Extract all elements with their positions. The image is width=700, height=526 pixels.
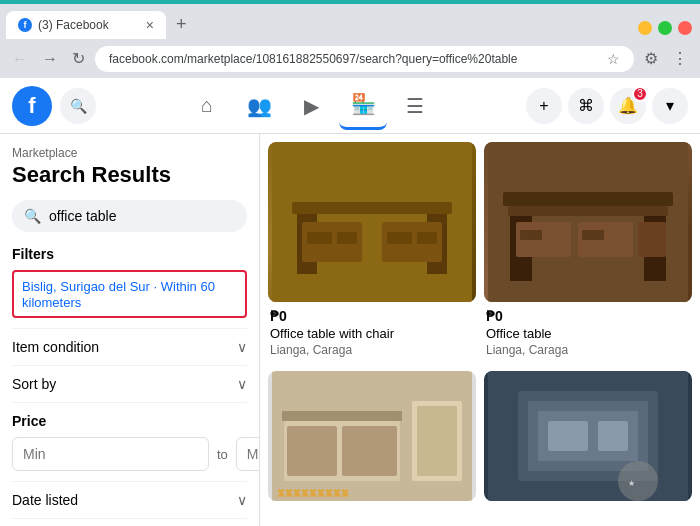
- nav-video-btn[interactable]: ▶: [287, 82, 335, 130]
- svg-point-34: [618, 461, 658, 501]
- price-label: Price: [12, 413, 247, 429]
- url-bar[interactable]: facebook.com/marketplace/108161882550697…: [95, 46, 634, 72]
- price-max-input[interactable]: [236, 437, 260, 471]
- price-to-label: to: [217, 447, 228, 462]
- notification-badge: 3: [632, 86, 648, 102]
- friends-icon: 👥: [247, 94, 272, 118]
- main-layout: Marketplace Search Results 🔍 Filters Bis…: [0, 134, 700, 526]
- sort-by-filter[interactable]: Sort by ∨: [12, 365, 247, 402]
- filters-label: Filters: [12, 246, 247, 262]
- back-btn[interactable]: ←: [8, 46, 32, 72]
- refresh-btn[interactable]: ↻: [68, 45, 89, 72]
- tab-bar: f (3) Facebook × +: [0, 4, 700, 39]
- item-condition-filter[interactable]: Item condition ∨: [12, 328, 247, 365]
- product-name-0: Office table with chair: [270, 326, 474, 341]
- product-card-3[interactable]: ★: [484, 371, 692, 515]
- svg-rect-1: [292, 202, 452, 214]
- product-card-1[interactable]: ₱0 Office table Lianga, Caraga: [484, 142, 692, 363]
- messenger-icon: ⌘: [578, 96, 594, 115]
- nav-home-btn[interactable]: ⌂: [183, 82, 231, 130]
- svg-text:某某某某某某某某某: 某某某某某某某某某: [277, 489, 350, 498]
- forward-btn[interactable]: →: [38, 46, 62, 72]
- marketplace-breadcrumb: Marketplace: [12, 146, 247, 160]
- search-input[interactable]: [49, 208, 235, 224]
- product-price-1: ₱0: [486, 308, 690, 324]
- product-location-1: Lianga, Caraga: [486, 343, 690, 357]
- facebook-logo[interactable]: f: [12, 86, 52, 126]
- svg-rect-17: [638, 222, 666, 257]
- plus-icon: +: [539, 97, 548, 115]
- browser-menu-btn[interactable]: ⋮: [668, 45, 692, 72]
- product-info-2: [268, 501, 476, 515]
- url-text: facebook.com/marketplace/108161882550697…: [109, 52, 601, 66]
- product-info-3: [484, 501, 692, 515]
- tab-favicon: f: [18, 18, 32, 32]
- location-text: Bislig, Surigao del Sur · Within 60 kilo…: [22, 279, 215, 310]
- svg-rect-7: [337, 232, 357, 244]
- search-icon: 🔍: [70, 98, 87, 114]
- search-icon-btn[interactable]: 🔍: [60, 88, 96, 124]
- product-img-1: [484, 142, 692, 302]
- search-box[interactable]: 🔍: [12, 200, 247, 232]
- sort-by-chevron: ∨: [237, 376, 247, 392]
- extensions-btn[interactable]: ⚙: [640, 45, 662, 72]
- window-controls: [638, 21, 700, 39]
- price-min-input[interactable]: [12, 437, 209, 471]
- product-img-3: ★: [484, 371, 692, 501]
- date-listed-filter[interactable]: Date listed ∨: [12, 481, 247, 518]
- product-info-1: ₱0 Office table Lianga, Caraga: [484, 302, 692, 363]
- sidebar-title: Search Results: [12, 162, 247, 188]
- svg-rect-11: [503, 192, 673, 206]
- nav-friends-btn[interactable]: 👥: [235, 82, 283, 130]
- svg-rect-8: [387, 232, 412, 244]
- product-card-0[interactable]: ₱0 Office table with chair Lianga, Carag…: [268, 142, 476, 363]
- facebook-header: f 🔍 ⌂ 👥 ▶ 🏪 ☰ + ⌘ 🔔 3 ▾: [0, 78, 700, 134]
- svg-rect-32: [548, 421, 588, 451]
- search-box-icon: 🔍: [24, 208, 41, 224]
- chevron-down-icon: ▾: [666, 96, 674, 115]
- product-price-0: ₱0: [270, 308, 474, 324]
- availability-filter[interactable]: Availability ∨: [12, 518, 247, 526]
- notifications-btn[interactable]: 🔔 3: [610, 88, 646, 124]
- svg-rect-24: [342, 426, 397, 476]
- maximize-btn[interactable]: [658, 21, 672, 35]
- close-window-btn[interactable]: [678, 21, 692, 35]
- date-listed-label: Date listed: [12, 492, 78, 508]
- location-filter[interactable]: Bislig, Surigao del Sur · Within 60 kilo…: [12, 270, 247, 318]
- product-location-0: Lianga, Caraga: [270, 343, 474, 357]
- product-info-0: ₱0 Office table with chair Lianga, Carag…: [268, 302, 476, 363]
- messenger-btn[interactable]: ⌘: [568, 88, 604, 124]
- item-condition-label: Item condition: [12, 339, 99, 355]
- tab-close-btn[interactable]: ×: [146, 17, 154, 33]
- product-img-0: [268, 142, 476, 302]
- fb-right-icons: + ⌘ 🔔 3 ▾: [526, 88, 688, 124]
- svg-rect-6: [307, 232, 332, 244]
- nav-marketplace-btn[interactable]: 🏪: [339, 82, 387, 130]
- nav-menu-btn[interactable]: ☰: [391, 82, 439, 130]
- svg-rect-26: [417, 406, 457, 476]
- svg-rect-23: [287, 426, 337, 476]
- svg-rect-12: [508, 206, 668, 216]
- add-btn[interactable]: +: [526, 88, 562, 124]
- fb-nav-icons: ⌂ 👥 ▶ 🏪 ☰: [183, 82, 439, 130]
- new-tab-btn[interactable]: +: [168, 10, 195, 39]
- product-card-2[interactable]: 某某某某某某某某某: [268, 371, 476, 515]
- sidebar: Marketplace Search Results 🔍 Filters Bis…: [0, 134, 260, 526]
- svg-rect-18: [520, 230, 542, 240]
- product-grid: ₱0 Office table with chair Lianga, Carag…: [260, 134, 700, 526]
- svg-rect-21: [282, 411, 402, 421]
- browser-actions: ⚙ ⋮: [640, 45, 692, 72]
- active-tab[interactable]: f (3) Facebook ×: [6, 11, 166, 39]
- tab-title: (3) Facebook: [38, 18, 109, 32]
- sort-by-label: Sort by: [12, 376, 56, 392]
- bookmark-star[interactable]: ☆: [607, 51, 620, 67]
- minimize-btn[interactable]: [638, 21, 652, 35]
- date-listed-chevron: ∨: [237, 492, 247, 508]
- product-name-1: Office table: [486, 326, 690, 341]
- account-btn[interactable]: ▾: [652, 88, 688, 124]
- menu-icon: ☰: [406, 94, 424, 118]
- svg-text:★: ★: [628, 479, 635, 488]
- svg-rect-33: [598, 421, 628, 451]
- svg-rect-19: [582, 230, 604, 240]
- video-icon: ▶: [304, 94, 319, 118]
